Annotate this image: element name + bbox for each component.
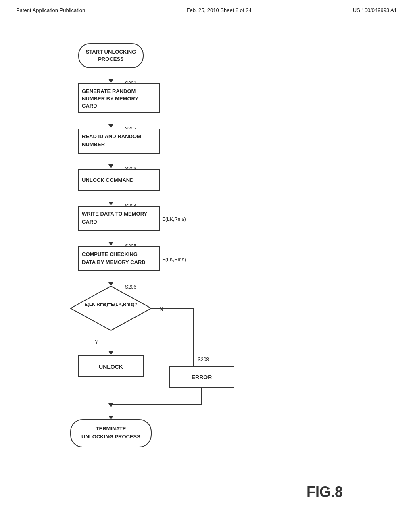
svg-text:ERROR: ERROR xyxy=(192,374,212,380)
svg-text:READ ID AND RANDOM: READ ID AND RANDOM xyxy=(82,133,141,139)
s204-side-label: E(LK,Rms) xyxy=(162,216,186,222)
svg-marker-4 xyxy=(108,79,113,83)
svg-rect-0 xyxy=(79,44,143,68)
svg-marker-33 xyxy=(108,351,113,355)
branch-y-label: Y xyxy=(95,339,98,345)
figure-label: FIG.8 xyxy=(307,484,343,500)
svg-text:DATA BY MEMORY CARD: DATA BY MEMORY CARD xyxy=(82,259,146,265)
svg-marker-19 xyxy=(108,202,113,206)
svg-marker-24 xyxy=(108,242,113,246)
svg-text:UNLOCKING PROCESS: UNLOCKING PROCESS xyxy=(81,434,140,440)
svg-text:E(LK,Rms)=E(LK,Rms)?: E(LK,Rms)=E(LK,Rms)? xyxy=(84,302,137,307)
node-s208: ERROR xyxy=(169,366,234,387)
header-middle: Feb. 25, 2010 Sheet 8 of 24 xyxy=(186,7,251,13)
node-s206: E(LK,Rms)=E(LK,Rms)? xyxy=(71,286,151,330)
step-s208-label: S208 xyxy=(198,357,209,362)
svg-text:CARD: CARD xyxy=(82,103,97,109)
svg-rect-25 xyxy=(79,247,159,271)
svg-text:TERMINATE: TERMINATE xyxy=(96,426,126,432)
node-s201: GENERATE RANDOM NUMBER BY MEMORY CARD xyxy=(79,84,159,113)
svg-text:NUMBER BY MEMORY: NUMBER BY MEMORY xyxy=(82,96,138,102)
page-header: Patent Application Publication Feb. 25, … xyxy=(0,0,413,17)
node-s202: READ ID AND RANDOM NUMBER xyxy=(79,129,159,153)
node-s203: UNLOCK COMMAND xyxy=(79,169,159,190)
svg-marker-29 xyxy=(108,282,113,286)
svg-marker-10 xyxy=(108,124,113,128)
svg-text:CARD: CARD xyxy=(82,219,97,225)
step-s206-label: S206 xyxy=(125,284,136,290)
svg-text:PROCESS: PROCESS xyxy=(98,56,124,62)
node-s205: COMPUTE CHECKING DATA BY MEMORY CARD xyxy=(79,247,159,271)
header-right: US 100/049993 A1 xyxy=(353,7,397,13)
svg-text:NUMBER: NUMBER xyxy=(82,141,105,148)
s205-side-label: E(LK,Rms) xyxy=(162,257,186,262)
svg-text:COMPUTE CHECKING: COMPUTE CHECKING xyxy=(82,251,138,257)
svg-text:WRITE DATA TO MEMORY: WRITE DATA TO MEMORY xyxy=(82,211,148,217)
svg-text:UNLOCK: UNLOCK xyxy=(99,364,123,370)
header-left: Patent Application Publication xyxy=(16,7,85,13)
flowchart-svg: START UNLOCKING PROCESS S201 GENERATE RA… xyxy=(0,21,413,529)
node-s204: WRITE DATA TO MEMORY CARD xyxy=(79,206,159,231)
branch-n-label: N xyxy=(159,306,163,312)
svg-text:START UNLOCKING: START UNLOCKING xyxy=(86,49,136,55)
svg-rect-47 xyxy=(71,420,151,447)
svg-marker-46 xyxy=(108,416,113,420)
svg-marker-15 xyxy=(108,164,113,168)
node-start: START UNLOCKING PROCESS xyxy=(79,44,143,68)
svg-text:GENERATE RANDOM: GENERATE RANDOM xyxy=(82,88,136,94)
svg-rect-11 xyxy=(79,129,159,153)
node-s207: UNLOCK xyxy=(79,356,143,377)
svg-marker-30 xyxy=(71,286,151,330)
svg-text:UNLOCK COMMAND: UNLOCK COMMAND xyxy=(82,177,134,183)
node-end: TERMINATE UNLOCKING PROCESS xyxy=(71,420,151,447)
svg-rect-20 xyxy=(79,206,159,231)
